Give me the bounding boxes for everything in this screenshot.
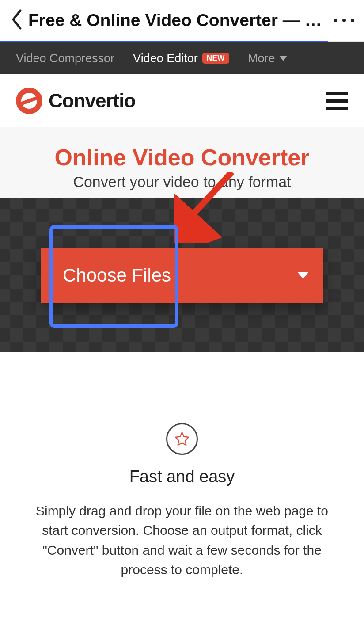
feature-section: Fast and easy Simply drag and drop your …: [0, 352, 364, 598]
back-button[interactable]: [10, 9, 23, 32]
feature-icon-ring: [166, 423, 198, 455]
caret-down-icon: [279, 56, 287, 61]
progress-fill: [0, 41, 328, 42]
logo-icon: [16, 88, 42, 114]
hero-title: Online Video Converter: [9, 144, 355, 171]
nav-video-editor-label: Video Editor: [133, 52, 198, 65]
hero: Online Video Converter Convert your vide…: [0, 127, 364, 198]
choose-files-dropdown-button[interactable]: [282, 248, 323, 303]
new-badge: NEW: [202, 53, 229, 64]
dot-icon: [351, 19, 354, 22]
caret-down-icon: [297, 272, 309, 279]
feature-body: Simply drag and drop your file on the we…: [31, 501, 333, 580]
progress-bar: [0, 41, 364, 42]
logo[interactable]: Convertio: [16, 88, 135, 114]
feature-title: Fast and easy: [31, 467, 333, 486]
chevron-left-icon: [10, 9, 23, 30]
nav-video-compressor[interactable]: Video Compressor: [16, 52, 114, 65]
top-nav: Video Compressor Video Editor NEW More: [0, 42, 364, 74]
hamburger-menu-button[interactable]: [326, 92, 348, 110]
dot-icon: [334, 19, 337, 22]
hamburger-line-icon: [326, 92, 348, 95]
choose-files-group: Choose Files: [41, 248, 323, 303]
page-title: Free & Online Video Converter — Co...: [23, 11, 334, 30]
upload-area-wrap: Choose Files: [0, 198, 364, 352]
nav-video-editor[interactable]: Video Editor NEW: [133, 52, 229, 65]
hamburger-line-icon: [326, 107, 348, 110]
hamburger-line-icon: [326, 99, 348, 103]
nav-more[interactable]: More: [248, 52, 288, 65]
nav-more-label: More: [248, 52, 275, 65]
browser-chrome: Free & Online Video Converter — Co...: [0, 0, 364, 41]
drop-zone[interactable]: Choose Files: [0, 198, 364, 352]
hero-subtitle: Convert your video to any format: [9, 173, 355, 191]
more-menu-button[interactable]: [334, 19, 354, 22]
dot-icon: [342, 19, 346, 22]
logo-text: Convertio: [49, 90, 135, 112]
choose-files-button[interactable]: Choose Files: [41, 248, 282, 303]
star-icon: [174, 431, 190, 447]
site-header: Convertio: [0, 74, 364, 127]
